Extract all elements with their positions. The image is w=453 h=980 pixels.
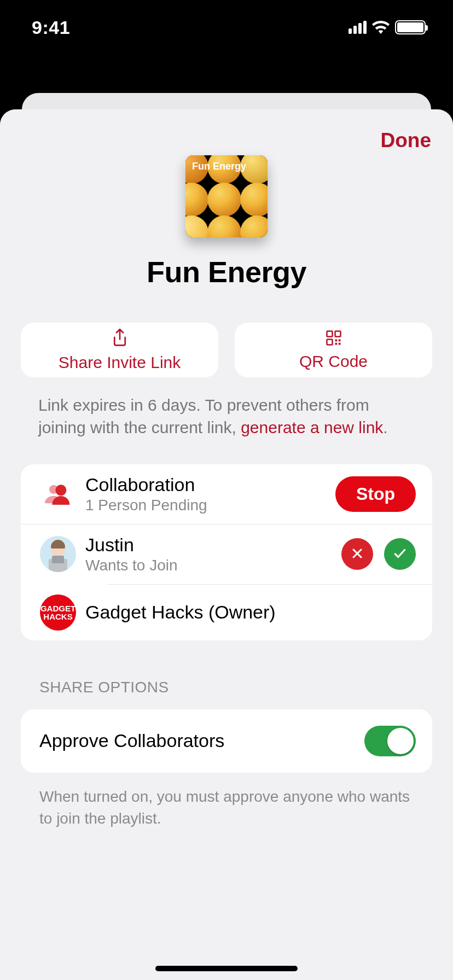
generate-new-link[interactable]: generate a new link xyxy=(241,418,383,436)
owner-row: GADGET HACKS Gadget Hacks (Owner) xyxy=(21,585,432,640)
pending-collaborator-row: Justin Wants to Join xyxy=(21,524,432,584)
svg-rect-2 xyxy=(327,339,332,345)
qr-code-button[interactable]: QR Code xyxy=(235,323,432,377)
svg-rect-3 xyxy=(335,339,337,341)
owner-name: Gadget Hacks (Owner) xyxy=(85,602,416,623)
stop-collaboration-button[interactable]: Stop xyxy=(335,476,416,512)
owner-avatar: GADGET HACKS xyxy=(40,594,76,631)
svg-rect-5 xyxy=(335,342,337,345)
share-invite-label: Share Invite Link xyxy=(59,353,181,372)
svg-rect-12 xyxy=(52,556,64,563)
collaboration-subtitle: 1 Person Pending xyxy=(85,497,335,514)
approve-collaborators-row: Approve Collaborators xyxy=(21,709,432,773)
collaboration-title: Collaboration xyxy=(85,474,335,495)
svg-rect-1 xyxy=(335,331,340,336)
home-indicator[interactable] xyxy=(155,966,298,971)
wifi-icon xyxy=(372,21,390,34)
link-expiry-text: Link expires in 6 days. To prevent other… xyxy=(0,377,453,439)
battery-icon xyxy=(395,20,426,34)
cover-label: Fun Energy xyxy=(192,161,246,172)
svg-point-8 xyxy=(55,485,66,496)
share-invite-link-button[interactable]: Share Invite Link xyxy=(21,323,218,377)
status-bar: 9:41 xyxy=(0,0,453,55)
collaboration-card: Collaboration 1 Person Pending Stop Just… xyxy=(21,464,432,640)
share-icon xyxy=(112,329,128,349)
approve-collaborators-label: Approve Collaborators xyxy=(39,730,224,751)
svg-rect-4 xyxy=(338,339,340,341)
collaboration-header-row: Collaboration 1 Person Pending Stop xyxy=(21,464,432,524)
qr-code-icon xyxy=(326,330,342,348)
approve-collaborators-note: When turned on, you must approve anyone … xyxy=(0,773,453,830)
cellular-icon xyxy=(349,21,367,34)
approve-button[interactable] xyxy=(384,538,416,570)
share-options-header: SHARE OPTIONS xyxy=(0,640,453,704)
svg-rect-6 xyxy=(338,342,340,345)
playlist-cover: Fun Energy xyxy=(185,155,268,237)
playlist-title: Fun Energy xyxy=(147,255,306,289)
status-indicators xyxy=(349,20,426,34)
status-time: 9:41 xyxy=(32,17,70,38)
modal-sheet: Done Fun Energy Fun Energy Share Invite … xyxy=(0,109,453,980)
pending-name: Justin xyxy=(85,534,330,556)
done-button[interactable]: Done xyxy=(381,129,432,152)
approve-collaborators-toggle[interactable] xyxy=(364,726,416,756)
close-icon xyxy=(351,547,364,562)
qr-code-label: QR Code xyxy=(299,352,368,371)
people-icon xyxy=(34,483,82,505)
avatar xyxy=(40,536,76,572)
check-icon xyxy=(393,546,407,562)
reject-button[interactable] xyxy=(341,538,373,570)
svg-rect-0 xyxy=(327,331,332,336)
pending-status: Wants to Join xyxy=(85,557,330,574)
